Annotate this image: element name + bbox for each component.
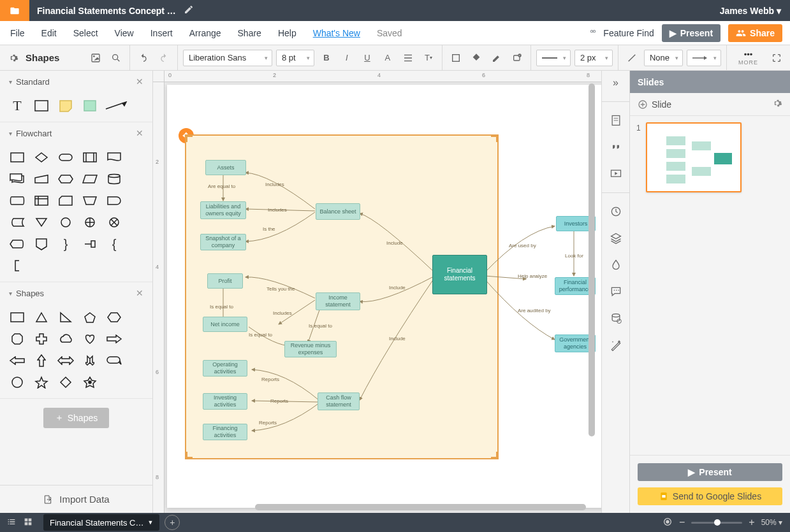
rectangle-shape[interactable] bbox=[31, 96, 52, 115]
fc-note-connector[interactable] bbox=[79, 234, 101, 254]
line-type-icon[interactable] bbox=[624, 50, 640, 66]
fc-preparation[interactable] bbox=[55, 169, 77, 189]
paint-icon[interactable] bbox=[606, 255, 625, 275]
user-menu[interactable]: James Webb ▾ bbox=[711, 6, 790, 16]
group-shapes[interactable]: ▾Shapes✕ bbox=[0, 282, 152, 304]
node-assets[interactable]: Assets bbox=[205, 160, 246, 175]
sh-arrow-ud[interactable] bbox=[79, 351, 101, 370]
font-size-select[interactable]: 8 pt bbox=[276, 50, 314, 66]
fc-manual-input[interactable] bbox=[31, 169, 52, 189]
fc-multidoc[interactable] bbox=[6, 169, 28, 189]
group-flowchart[interactable]: ▾Flowchart✕ bbox=[0, 122, 152, 144]
zoom-in-button[interactable]: + bbox=[749, 517, 754, 528]
scrollbar-horizontal[interactable] bbox=[255, 504, 586, 510]
close-icon[interactable]: ✕ bbox=[136, 76, 143, 87]
sh-cross[interactable] bbox=[31, 329, 52, 349]
list-view-icon[interactable] bbox=[6, 517, 17, 529]
font-select[interactable]: Liberation Sans bbox=[183, 50, 272, 66]
rename-icon[interactable] bbox=[184, 4, 194, 17]
arrow-start-select[interactable]: None bbox=[644, 50, 683, 66]
menu-arrange[interactable]: Arrange bbox=[187, 25, 224, 41]
menu-file[interactable]: File bbox=[8, 25, 27, 41]
scrollbar-vertical[interactable] bbox=[589, 83, 595, 436]
note-green-shape[interactable] bbox=[79, 96, 101, 115]
share-button[interactable]: Share bbox=[728, 24, 782, 42]
text-style-icon[interactable]: T▾ bbox=[420, 50, 437, 66]
sh-arrow-right[interactable] bbox=[103, 329, 125, 349]
sh-hexagon[interactable] bbox=[103, 308, 125, 327]
fc-process[interactable] bbox=[6, 148, 28, 167]
sh-diamond[interactable] bbox=[55, 373, 77, 392]
node-profit[interactable]: Profit bbox=[207, 273, 243, 289]
folder-icon[interactable] bbox=[0, 0, 29, 21]
zoom-slider[interactable] bbox=[691, 522, 742, 524]
menu-insert[interactable]: Insert bbox=[148, 25, 175, 41]
add-slide-button[interactable]: Slide bbox=[638, 99, 671, 110]
menu-help[interactable]: Help bbox=[275, 25, 299, 41]
fc-direct-data[interactable] bbox=[6, 191, 28, 210]
arrow-shape[interactable] bbox=[103, 96, 129, 115]
text-tool[interactable]: T bbox=[6, 96, 28, 115]
fc-stored[interactable] bbox=[6, 213, 28, 232]
note-yellow-shape[interactable] bbox=[55, 96, 77, 115]
shape-outline-icon[interactable] bbox=[448, 50, 464, 66]
import-data-button[interactable]: Import Data bbox=[0, 485, 152, 513]
page-icon[interactable] bbox=[606, 111, 625, 130]
fc-display[interactable] bbox=[6, 234, 28, 254]
fullscreen-icon[interactable] bbox=[768, 50, 785, 66]
node-financing[interactable]: Financing activities bbox=[203, 424, 247, 440]
sh-rect[interactable] bbox=[6, 308, 28, 327]
feature-find[interactable]: Feature Find bbox=[588, 28, 654, 38]
data-icon[interactable] bbox=[606, 309, 625, 328]
close-icon[interactable]: ✕ bbox=[136, 288, 143, 298]
badge-icon[interactable] bbox=[509, 50, 525, 66]
node-snapshot[interactable]: Snapshot of a company bbox=[200, 234, 246, 250]
node-net-income[interactable]: Net income bbox=[203, 317, 247, 332]
zoom-out-button[interactable]: − bbox=[679, 517, 685, 528]
fc-internal[interactable] bbox=[31, 191, 52, 210]
collapse-panel-icon[interactable]: » bbox=[606, 73, 625, 92]
node-balance-sheet[interactable]: Balance sheet bbox=[316, 203, 360, 220]
present-icon[interactable] bbox=[606, 164, 625, 183]
sh-star[interactable] bbox=[31, 373, 52, 392]
layers-icon[interactable] bbox=[606, 229, 625, 248]
more-menu[interactable]: ••• MORE bbox=[732, 50, 764, 66]
node-operating[interactable]: Operating activities bbox=[203, 360, 247, 377]
fc-sum[interactable] bbox=[103, 213, 125, 232]
menu-share[interactable]: Share bbox=[235, 25, 264, 41]
node-cashflow[interactable]: Cash flow statement bbox=[318, 392, 360, 410]
bold-icon[interactable]: B bbox=[318, 50, 335, 66]
sh-arrow-up[interactable] bbox=[31, 351, 52, 370]
menu-select[interactable]: Select bbox=[71, 25, 101, 41]
history-icon[interactable] bbox=[606, 202, 625, 221]
zoom-level[interactable]: 50% ▾ bbox=[761, 518, 782, 527]
zoom-fit-icon[interactable] bbox=[662, 517, 673, 529]
sh-callout[interactable] bbox=[103, 351, 125, 370]
line-style-select[interactable] bbox=[536, 50, 571, 66]
slides-present-button[interactable]: ▶ Present bbox=[638, 463, 782, 481]
fc-delay[interactable] bbox=[103, 191, 125, 210]
fc-database[interactable] bbox=[103, 169, 125, 189]
slide-thumbnail[interactable] bbox=[646, 122, 742, 192]
undo-icon[interactable] bbox=[135, 50, 152, 66]
sh-poly-star[interactable] bbox=[79, 373, 101, 392]
add-shapes-button[interactable]: ＋Shapes bbox=[43, 408, 109, 428]
menu-edit[interactable]: Edit bbox=[39, 25, 59, 41]
group-standard[interactable]: ▾Standard✕ bbox=[0, 71, 152, 92]
stroke-width-select[interactable]: 2 px bbox=[574, 50, 613, 66]
node-investing[interactable]: Investing activities bbox=[203, 393, 247, 410]
sh-circle[interactable] bbox=[6, 373, 28, 392]
send-to-google-slides-button[interactable]: Send to Google Slides bbox=[638, 487, 782, 505]
menu-view[interactable]: View bbox=[112, 25, 136, 41]
grid-view-icon[interactable] bbox=[23, 517, 33, 529]
fc-document[interactable] bbox=[103, 148, 125, 167]
sh-right-tri[interactable] bbox=[55, 308, 77, 327]
underline-icon[interactable]: U bbox=[359, 50, 376, 66]
sh-cloud[interactable] bbox=[55, 329, 77, 349]
settings-icon[interactable] bbox=[5, 50, 22, 66]
fill-icon[interactable] bbox=[468, 50, 485, 66]
comments-icon[interactable] bbox=[606, 282, 625, 301]
close-icon[interactable]: ✕ bbox=[136, 128, 143, 138]
node-liabilities[interactable]: Liabilities and owners equity bbox=[200, 201, 246, 219]
fc-terminator[interactable] bbox=[55, 148, 77, 167]
